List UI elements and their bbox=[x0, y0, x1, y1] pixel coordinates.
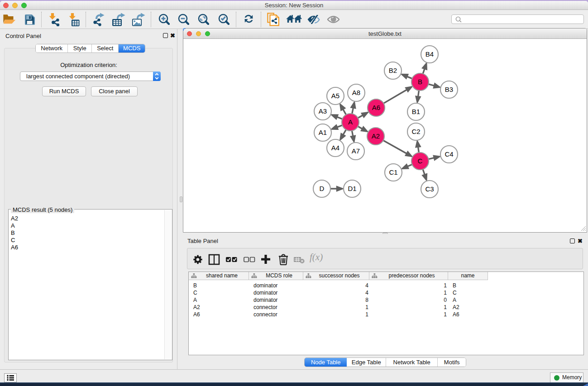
svg-text:A: A bbox=[348, 118, 353, 126]
svg-text:C4: C4 bbox=[445, 150, 453, 158]
svg-text:C3: C3 bbox=[425, 185, 434, 193]
svg-text:C2: C2 bbox=[411, 128, 420, 135]
svg-text:A6: A6 bbox=[372, 104, 380, 111]
svg-text:A7: A7 bbox=[352, 147, 360, 155]
svg-text:B: B bbox=[418, 78, 422, 86]
svg-text:D1: D1 bbox=[348, 185, 356, 192]
svg-text:A1: A1 bbox=[319, 129, 327, 136]
svg-text:B1: B1 bbox=[412, 108, 420, 115]
svg-text:A8: A8 bbox=[352, 89, 360, 96]
svg-text:B4: B4 bbox=[425, 50, 434, 58]
svg-text:D: D bbox=[320, 185, 325, 192]
svg-text:C: C bbox=[418, 157, 423, 165]
svg-text:A4: A4 bbox=[331, 144, 339, 152]
svg-text:B3: B3 bbox=[445, 86, 453, 93]
svg-text:C1: C1 bbox=[389, 168, 397, 176]
svg-text:A5: A5 bbox=[331, 92, 339, 100]
svg-text:A3: A3 bbox=[319, 107, 327, 115]
svg-text:B2: B2 bbox=[389, 67, 397, 74]
svg-text:A2: A2 bbox=[372, 132, 380, 140]
